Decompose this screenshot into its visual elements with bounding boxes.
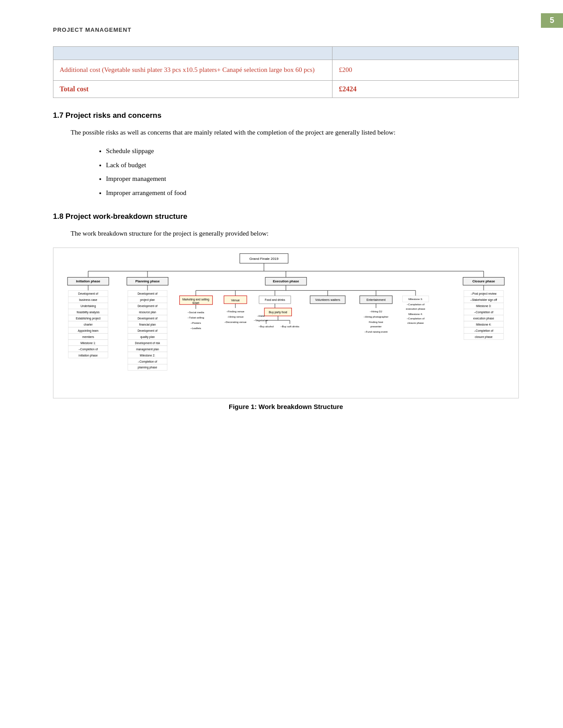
svg-text:–Completion of: –Completion of (407, 303, 424, 306)
svg-text:–Post project review: –Post project review (471, 292, 496, 296)
svg-text:quality plan: quality plan (140, 335, 155, 338)
section-17-heading: 1.7 Project risks and concerns (53, 111, 519, 120)
svg-text:members: members (82, 335, 94, 338)
section-18-para: The work breakdown structure for the pro… (53, 228, 519, 240)
svg-text:Undertaking: Undertaking (80, 304, 96, 308)
svg-text:business case: business case (79, 298, 97, 301)
svg-text:closure phase: closure phase (408, 321, 424, 324)
svg-text:Milestone 3:: Milestone 3: (408, 298, 423, 300)
svg-text:Milestone 4:: Milestone 4: (476, 323, 491, 326)
bullet-2: Lack of budget (106, 158, 519, 173)
section-17: 1.7 Project risks and concerns The possi… (53, 111, 519, 200)
svg-text:charter: charter (84, 323, 93, 326)
svg-text:–Completion of: –Completion of (138, 360, 157, 363)
bullet-3: Improper management (106, 172, 519, 186)
svg-text:–Buy alcohol: –Buy alcohol (259, 325, 274, 327)
svg-text:Development of: Development of (137, 317, 157, 320)
svg-text:initiation phase: initiation phase (79, 353, 98, 357)
svg-text:ticket: ticket (193, 301, 199, 304)
table-total-row: Total cost £2424 (53, 80, 519, 98)
svg-text:–Fund raising event: –Fund raising event (364, 330, 388, 333)
svg-text:Development of: Development of (137, 292, 157, 296)
svg-text:–Social media: –Social media (188, 311, 204, 314)
table-total-label: Total cost (53, 80, 333, 98)
svg-text:Establishing project: Establishing project (76, 317, 101, 320)
doc-header: PROJECT MANAGEMENT (53, 26, 519, 33)
table-additional-description: Additional cost (Vegetable sushi plater … (53, 60, 333, 81)
svg-text:–Stakeholder sign off: –Stakeholder sign off (470, 298, 497, 302)
svg-text:Appointing team: Appointing team (78, 329, 98, 332)
svg-text:–Leaflets: –Leaflets (190, 326, 201, 329)
table-additional-row: Additional cost (Vegetable sushi plater … (53, 60, 519, 81)
table-total-value: £2424 (333, 80, 519, 98)
svg-text:Entertainment: Entertainment (367, 298, 385, 301)
wbs-svg: Grand Finale 2019 Initiation phase (55, 251, 517, 393)
svg-text:–Completion of: –Completion of (407, 317, 424, 320)
svg-text:Milestone 1:: Milestone 1: (80, 341, 96, 344)
svg-text:Planning phase: Planning phase (135, 279, 159, 283)
cost-table: Additional cost (Vegetable sushi plater … (53, 46, 519, 98)
svg-text:Execution phase: Execution phase (273, 279, 299, 283)
svg-text:–Completion of: –Completion of (79, 347, 98, 351)
svg-text:Development of: Development of (78, 292, 98, 296)
svg-text:execution phase: execution phase (406, 308, 425, 310)
svg-text:–Hiring venue: –Hiring venue (227, 315, 244, 318)
svg-text:Closure phase: Closure phase (472, 279, 495, 283)
svg-text:–Hiring photographer: –Hiring photographer (363, 315, 388, 318)
bullet-1: Schedule slippage (106, 144, 519, 158)
section-18: 1.8 Project work-breakdown structure The… (53, 212, 519, 410)
svg-text:Milestone 2:: Milestone 2: (140, 353, 155, 356)
section-18-heading: 1.8 Project work-breakdown structure (53, 212, 519, 221)
svg-text:–Hiring DJ: –Hiring DJ (370, 310, 382, 313)
svg-text:–Finding venue: –Finding venue (227, 310, 245, 313)
section-17-para: The possible risks as well as concerns t… (53, 127, 519, 139)
svg-text:–Completion of: –Completion of (474, 329, 494, 332)
svg-text:project plan: project plan (140, 298, 155, 302)
svg-text:–Buy soft drinks: –Buy soft drinks (280, 325, 299, 327)
svg-text:feasibility analysis: feasibility analysis (77, 311, 100, 314)
figure-caption: Figure 1: Work breakdown Structure (53, 403, 519, 410)
svg-text:Development of risk: Development of risk (135, 341, 160, 345)
page-number-badge: 5 (541, 13, 563, 28)
svg-text:Grand Finale 2019: Grand Finale 2019 (249, 256, 279, 260)
svg-text:resource plan: resource plan (139, 311, 156, 314)
svg-text:–Ticket selling: –Ticket selling (188, 316, 204, 319)
bullet-4: Improper arrangement of food (106, 186, 519, 200)
svg-text:Buy party food: Buy party food (269, 311, 287, 314)
svg-text:presenter: presenter (370, 325, 382, 327)
svg-text:Finding host: Finding host (369, 320, 383, 323)
table-header-col2 (333, 47, 519, 60)
table-header-row (53, 47, 519, 60)
svg-text:–Vegetarian: –Vegetarian (254, 319, 268, 322)
svg-text:Milestone 3:: Milestone 3: (476, 304, 491, 308)
svg-text:management plan: management plan (136, 347, 159, 351)
svg-text:financial plan: financial plan (139, 323, 156, 326)
svg-text:Milestone 4:: Milestone 4: (408, 313, 423, 315)
svg-text:–Completion of: –Completion of (474, 311, 494, 314)
page: 5 PROJECT MANAGEMENT Additional cost (Ve… (0, 0, 563, 728)
svg-text:planning phase: planning phase (138, 366, 157, 369)
svg-text:Initiation phase: Initiation phase (76, 279, 100, 283)
svg-text:–Halal: –Halal (257, 315, 264, 317)
svg-text:closure phase: closure phase (475, 335, 493, 338)
section-17-bullets: Schedule slippage Lack of budget Imprope… (106, 144, 519, 200)
svg-text:Development of: Development of (137, 329, 157, 332)
svg-text:–Decorating venue: –Decorating venue (224, 320, 247, 323)
table-additional-cost: £200 (333, 60, 519, 81)
svg-text:–Posters: –Posters (191, 321, 201, 324)
svg-text:execution phase: execution phase (473, 317, 494, 320)
svg-text:Food and drinks: Food and drinks (264, 298, 285, 301)
svg-text:Venue: Venue (231, 299, 240, 302)
wbs-diagram: Grand Finale 2019 Initiation phase (53, 248, 519, 398)
svg-text:Development of: Development of (137, 304, 157, 308)
table-header-col1 (53, 47, 333, 60)
svg-text:Marketing and selling: Marketing and selling (182, 298, 209, 301)
svg-text:Volunteers waiters: Volunteers waiters (315, 298, 340, 301)
